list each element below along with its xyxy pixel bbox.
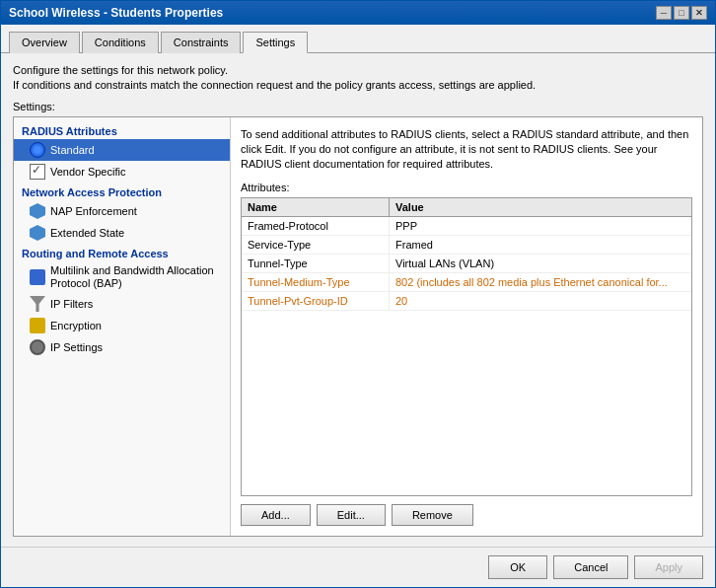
sidebar-item-nap-enforcement[interactable]: NAP Enforcement	[14, 200, 230, 222]
table-row[interactable]: Tunnel-Pvt-Group-ID 20	[242, 292, 691, 311]
main-window: School Wireless - Students Properties ─ …	[0, 0, 716, 588]
apply-button[interactable]: Apply	[634, 555, 703, 579]
row-value-3: 802 (includes all 802 media plus Etherne…	[390, 273, 691, 291]
col-header-name: Name	[242, 198, 390, 216]
checkbox-icon	[30, 164, 45, 180]
row-value-4: 20	[390, 292, 691, 310]
table-header: Name Value	[242, 198, 691, 217]
sidebar-item-ip-settings[interactable]: IP Settings	[14, 336, 230, 358]
settings-label: Settings:	[13, 101, 703, 112]
title-bar-buttons: ─ □ ✕	[656, 6, 707, 20]
section-header-radius: RADIUS Attributes	[14, 121, 230, 139]
edit-button[interactable]: Edit...	[317, 504, 386, 526]
attributes-table: Name Value Framed-Protocol PPP Service-T…	[241, 197, 692, 496]
sidebar-item-extended-label: Extended State	[50, 227, 124, 239]
ok-button[interactable]: OK	[488, 555, 547, 579]
row-name-2: Tunnel-Type	[242, 255, 390, 272]
right-panel: To send additional attributes to RADIUS …	[231, 117, 702, 536]
table-row[interactable]: Tunnel-Type Virtual LANs (VLAN)	[242, 255, 691, 273]
description: Configure the settings for this network …	[13, 63, 703, 93]
sidebar-item-ip-filters[interactable]: IP Filters	[14, 293, 230, 315]
attributes-label: Attributes:	[241, 182, 692, 193]
shield-icon-nap	[30, 203, 45, 219]
remove-button[interactable]: Remove	[392, 504, 473, 526]
minimize-button[interactable]: ─	[656, 6, 672, 20]
row-value-2: Virtual LANs (VLAN)	[390, 255, 691, 272]
gear-icon	[30, 339, 45, 355]
bottom-bar: OK Cancel Apply	[1, 547, 715, 587]
table-row[interactable]: Tunnel-Medium-Type 802 (includes all 802…	[242, 273, 691, 292]
cancel-button[interactable]: Cancel	[553, 555, 628, 579]
row-value-1: Framed	[390, 236, 691, 254]
sidebar-item-standard[interactable]: Standard	[14, 139, 230, 161]
sidebar-item-vendor-specific[interactable]: Vendor Specific	[14, 161, 230, 183]
sidebar-item-extended-state[interactable]: Extended State	[14, 222, 230, 244]
row-name-4: Tunnel-Pvt-Group-ID	[242, 292, 390, 310]
network-icon	[30, 269, 45, 285]
tab-settings[interactable]: Settings	[243, 32, 308, 53]
sidebar-item-ipsettings-label: IP Settings	[50, 341, 103, 353]
table-buttons: Add... Edit... Remove	[241, 504, 692, 526]
maximize-button[interactable]: □	[674, 6, 689, 20]
add-button[interactable]: Add...	[241, 504, 311, 526]
row-value-0: PPP	[390, 217, 691, 235]
sidebar-item-ipfilters-label: IP Filters	[50, 298, 93, 310]
tabs-row: Overview Conditions Constraints Settings	[1, 25, 715, 53]
sidebar-item-multilink-label: Multilink and Bandwidth Allocation Proto…	[50, 264, 222, 290]
main-panel: RADIUS Attributes Standard Vendor Specif…	[13, 116, 703, 537]
left-panel: RADIUS Attributes Standard Vendor Specif…	[14, 117, 231, 536]
row-name-1: Service-Type	[242, 236, 390, 254]
description-line1: Configure the settings for this network …	[13, 63, 703, 78]
close-button[interactable]: ✕	[691, 6, 707, 20]
table-row[interactable]: Framed-Protocol PPP	[242, 217, 691, 236]
content-area: Configure the settings for this network …	[1, 53, 715, 547]
shield-icon-ext	[30, 225, 45, 241]
sidebar-item-encryption-label: Encryption	[50, 320, 102, 331]
section-header-nap: Network Access Protection	[14, 183, 230, 200]
sidebar-item-vendor-label: Vendor Specific	[50, 166, 125, 178]
description-line2: If conditions and constraints match the …	[13, 78, 703, 93]
sidebar-item-multilink[interactable]: Multilink and Bandwidth Allocation Proto…	[14, 261, 230, 293]
tab-overview[interactable]: Overview	[9, 32, 80, 53]
filter-icon	[30, 296, 45, 312]
sidebar-item-nap-label: NAP Enforcement	[50, 205, 137, 217]
col-header-value: Value	[390, 198, 691, 216]
tab-constraints[interactable]: Constraints	[161, 32, 242, 53]
table-body: Framed-Protocol PPP Service-Type Framed …	[242, 217, 691, 311]
row-name-0: Framed-Protocol	[242, 217, 390, 235]
tab-conditions[interactable]: Conditions	[82, 32, 159, 53]
right-description: To send additional attributes to RADIUS …	[241, 127, 692, 172]
section-header-routing: Routing and Remote Access	[14, 244, 230, 261]
row-name-3: Tunnel-Medium-Type	[242, 273, 390, 291]
window-title: School Wireless - Students Properties	[9, 6, 223, 20]
globe-icon	[30, 142, 45, 158]
sidebar-item-standard-label: Standard	[50, 144, 95, 156]
title-bar: School Wireless - Students Properties ─ …	[1, 1, 715, 25]
lock-icon	[30, 318, 45, 333]
sidebar-item-encryption[interactable]: Encryption	[14, 315, 230, 336]
table-row[interactable]: Service-Type Framed	[242, 236, 691, 255]
